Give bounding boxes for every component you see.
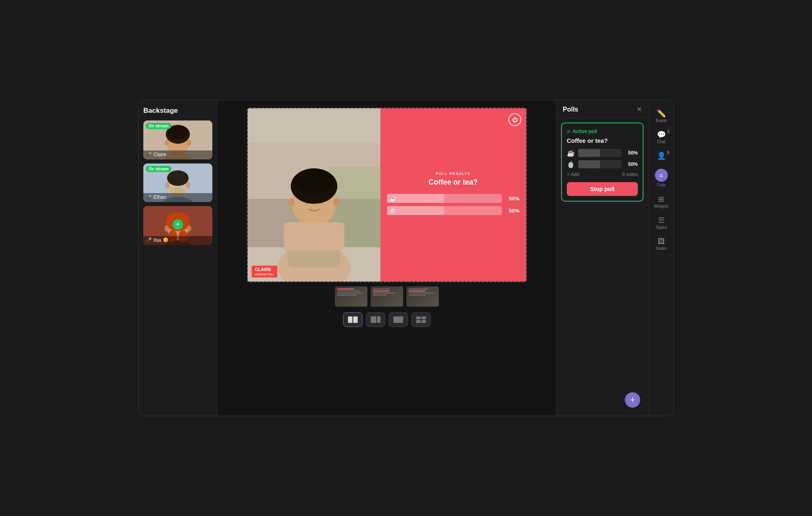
main-area: CLAIRE MARKETING ⏻ POLL RESULTS Coffee o… <box>218 100 556 416</box>
stream-left-video: CLAIRE MARKETING <box>248 108 380 282</box>
layout-selector <box>343 312 431 327</box>
poll-option-row-2: 🍵 50% <box>387 206 520 215</box>
nav-item-polls[interactable]: ≡ Polls <box>651 166 672 191</box>
nav-item-topics[interactable]: ☰ Topics <box>651 213 672 233</box>
poll-icon-circle: ⏻ <box>508 113 521 126</box>
poll-sidebar-option-coffee: ☕ 50% <box>567 149 638 157</box>
layout-btn-quad[interactable] <box>411 312 431 327</box>
layout-btn-main-side[interactable] <box>366 312 385 327</box>
poll-sidebar-fill-tea <box>578 160 600 168</box>
active-poll-indicator: ≡ <box>567 128 570 135</box>
svg-point-24 <box>187 226 191 232</box>
participant-name-bar-ethan: 🎤 Ethan <box>143 193 212 202</box>
poll-bar-tea: 🍵 <box>387 206 502 215</box>
add-option-label: + Add <box>567 172 579 177</box>
svg-point-13 <box>165 182 170 188</box>
participants-icon: 👤 <box>657 152 666 159</box>
mic-icon-ilsa: 🎤 <box>146 237 152 243</box>
polls-body: ≡ Active poll Coffee or tea? ☕ 50% 🍵 <box>556 118 648 416</box>
svg-point-14 <box>186 182 190 188</box>
svg-point-23 <box>164 226 169 232</box>
svg-rect-39 <box>284 222 344 250</box>
poll-bar-fill-coffee <box>387 194 445 203</box>
stream-preview: CLAIRE MARKETING ⏻ POLL RESULTS Coffee o… <box>247 108 527 282</box>
poll-option-row-1: ☕ 50% <box>387 194 520 203</box>
nav-item-participants[interactable]: 👤 5 <box>651 149 672 164</box>
poll-sidebar-pct-coffee: 50% <box>625 150 638 156</box>
polls-title: Polls <box>563 106 578 113</box>
topics-icon: ☰ <box>658 217 665 224</box>
ilsa-name: Ilsa <box>153 237 161 243</box>
nav-item-widgets[interactable]: ⊞ Widgets <box>651 192 672 212</box>
slide-thumbnails-row <box>335 286 439 307</box>
brand-label: Brand <box>656 118 667 123</box>
slides-label: Slides <box>656 246 667 251</box>
poll-pct-coffee: 50% <box>505 196 520 202</box>
svg-point-34 <box>304 198 310 204</box>
stream-right-poll: ⏻ POLL RESULTS Coffee or tea? ☕ 50% <box>380 108 526 282</box>
active-poll-label: Active poll <box>572 129 597 134</box>
on-stream-badge-ethan: On stream <box>146 166 171 172</box>
chat-badge: 5 <box>667 129 670 134</box>
votes-count: 8 votes <box>622 172 638 177</box>
claire-name: Claire <box>153 152 166 157</box>
svg-point-35 <box>318 198 324 204</box>
claire-stream-label: CLAIRE MARKETING <box>252 266 278 277</box>
poll-bar-fill-tea <box>387 206 445 215</box>
tea-option-icon: 🍵 <box>567 161 575 168</box>
svg-point-12 <box>167 170 188 186</box>
stop-poll-button[interactable]: Stop poll <box>567 182 638 196</box>
participants-count: 5 <box>667 150 669 155</box>
polls-icon: ≡ <box>655 169 668 182</box>
nav-item-brand[interactable]: ✏️ Brand <box>651 107 672 126</box>
participant-card-claire[interactable]: On stream 🎤 Claire <box>143 120 212 159</box>
polls-header: Polls ✕ <box>556 100 648 118</box>
participant-card-ethan[interactable]: On stream 🎤 Ethan <box>143 163 212 202</box>
polls-close-button[interactable]: ✕ <box>637 106 642 113</box>
nav-item-chat[interactable]: 💬 5 Chat <box>651 128 672 147</box>
add-option-row[interactable]: + Add 8 votes <box>567 172 638 177</box>
active-poll-question: Coffee or tea? <box>567 137 638 144</box>
svg-point-6 <box>164 140 169 146</box>
participant-card-ilsa[interactable]: + 🎤 Ilsa 😊 <box>143 206 212 245</box>
svg-point-33 <box>294 168 334 194</box>
participant-name-bar-claire: 🎤 Claire <box>143 150 212 159</box>
mic-icon-ethan: 🎤 <box>146 195 152 200</box>
slide-thumb-3[interactable] <box>406 286 439 307</box>
coffee-option-icon: ☕ <box>567 149 575 157</box>
polls-nav-label: Polls <box>657 183 666 187</box>
widgets-icon: ⊞ <box>658 196 664 203</box>
poll-sidebar-fill-coffee <box>578 149 600 157</box>
active-poll-card: ≡ Active poll Coffee or tea? ☕ 50% 🍵 <box>561 123 644 202</box>
poll-sidebar-option-tea: 🍵 50% <box>567 160 638 168</box>
ethan-name: Ethan <box>153 194 166 200</box>
chat-icon: 💬 <box>657 131 666 138</box>
poll-results-label: POLL RESULTS <box>436 172 471 176</box>
app-window: Backstage <box>138 100 674 416</box>
sidebar-left: Backstage <box>138 100 218 416</box>
layout-btn-full[interactable] <box>389 312 408 327</box>
poll-question-stream: Coffee or tea? <box>428 178 477 187</box>
mic-icon-claire: 🎤 <box>146 152 152 157</box>
fab-add-button[interactable]: + <box>625 392 640 408</box>
slide-thumb-1[interactable] <box>335 286 367 307</box>
active-poll-header: ≡ Active poll <box>567 128 638 135</box>
backstage-title: Backstage <box>143 107 212 115</box>
stream-canvas: CLAIRE MARKETING ⏻ POLL RESULTS Coffee o… <box>218 100 556 416</box>
slides-icon: 🖼 <box>658 238 665 245</box>
poll-sidebar-bar-coffee <box>578 149 622 157</box>
svg-point-38 <box>290 204 293 206</box>
nav-item-slides[interactable]: 🖼 Slides <box>651 234 672 254</box>
participant-name-bar-ilsa: 🎤 Ilsa 😊 <box>143 236 212 245</box>
poll-sidebar-pct-tea: 50% <box>625 161 638 167</box>
svg-point-37 <box>333 198 340 206</box>
on-stream-badge-claire: On stream <box>146 123 171 129</box>
chat-label: Chat <box>657 140 665 144</box>
ilsa-emoji: 😊 <box>163 237 168 243</box>
layout-btn-two-col[interactable] <box>343 312 363 327</box>
slide-thumb-2[interactable] <box>371 286 403 307</box>
poll-sidebar-bar-tea <box>578 160 622 168</box>
icon-nav: ✏️ Brand 💬 5 Chat 👤 5 ≡ Polls ⊞ Widgets … <box>648 100 674 416</box>
poll-bar-coffee: ☕ <box>387 194 502 203</box>
polls-panel: Polls ✕ ≡ Active poll Coffee or tea? ☕ 5… <box>556 100 648 416</box>
